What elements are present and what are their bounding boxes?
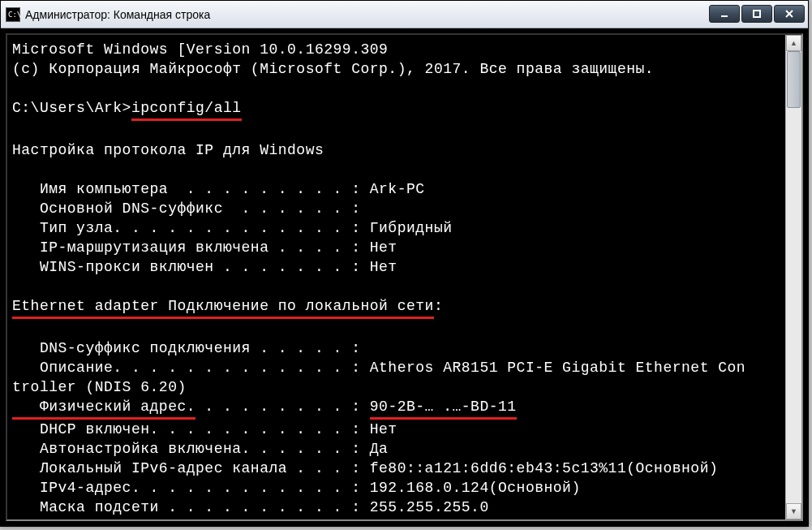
svg-rect-1 <box>754 11 760 17</box>
scroll-down-button[interactable]: ▼ <box>786 503 801 519</box>
line: Описание. . . . . . . . . . . . . : Athe… <box>12 360 745 376</box>
adapter-header: Ethernet adapter Подключение по локально… <box>12 298 443 314</box>
vertical-scrollbar[interactable]: ▲ ▼ <box>785 35 801 519</box>
line: IP-маршрутизация включена . . . . : Нет <box>12 239 397 256</box>
line: Маска подсети . . . . . . . . . . : 255.… <box>12 499 489 515</box>
mac-address: 90-2B-… .…-BD-11 <box>370 397 517 420</box>
physical-address-line: Физический адрес. . . . . . . . . : 90-2… <box>12 399 517 415</box>
line: Основной шлюз. . . . . . . . . . : 192.1… <box>12 519 470 519</box>
console-output[interactable]: Microsoft Windows [Version 10.0.16299.30… <box>7 35 785 519</box>
line: Тип узла. . . . . . . . . . . . . : Гибр… <box>12 220 452 236</box>
cmd-window: C:\ Администратор: Командная строка Micr… <box>0 0 809 527</box>
line: DHCP включен. . . . . . . . . . . : Нет <box>12 421 397 437</box>
minimize-button[interactable] <box>709 5 740 23</box>
line: WINS-прокси включен . . . . . . . : Нет <box>12 259 397 275</box>
line: IPv4-адрес. . . . . . . . . . . . : 192.… <box>12 480 581 496</box>
line: Microsoft Windows [Version 10.0.16299.30… <box>12 41 388 58</box>
close-button[interactable] <box>774 5 805 23</box>
scroll-thumb[interactable] <box>787 51 801 108</box>
cmd-icon: C:\ <box>6 7 20 22</box>
titlebar[interactable]: C:\ Администратор: Командная строка <box>1 1 808 28</box>
line: (с) Корпорация Майкрософт (Microsoft Cor… <box>12 61 654 77</box>
line: Автонастройка включена. . . . . . : Да <box>12 441 388 457</box>
line: Локальный IPv6-адрес канала . . . : fe80… <box>12 460 718 476</box>
scroll-track[interactable] <box>786 51 801 503</box>
line: DNS-суффикс подключения . . . . . : <box>12 340 360 356</box>
maximize-button[interactable] <box>741 5 772 23</box>
close-icon <box>784 9 794 19</box>
line: troller (NDIS 6.20) <box>12 379 187 395</box>
window-controls <box>707 5 805 24</box>
line: Основной DNS-суффикс . . . . . . : <box>12 200 360 217</box>
command-entered: ipconfig/all <box>131 98 242 121</box>
line: Имя компьютера . . . . . . . . . : Ark-P… <box>12 181 425 197</box>
console-area: Microsoft Windows [Version 10.0.16299.30… <box>6 33 803 521</box>
line: Настройка протокола IP для Windows <box>12 142 324 158</box>
scroll-up-button[interactable]: ▲ <box>786 35 801 51</box>
minimize-icon <box>720 9 729 19</box>
window-title: Администратор: Командная строка <box>25 8 707 21</box>
maximize-icon <box>752 9 762 19</box>
prompt-line: C:\Users\Ark>ipconfig/all <box>12 100 242 116</box>
